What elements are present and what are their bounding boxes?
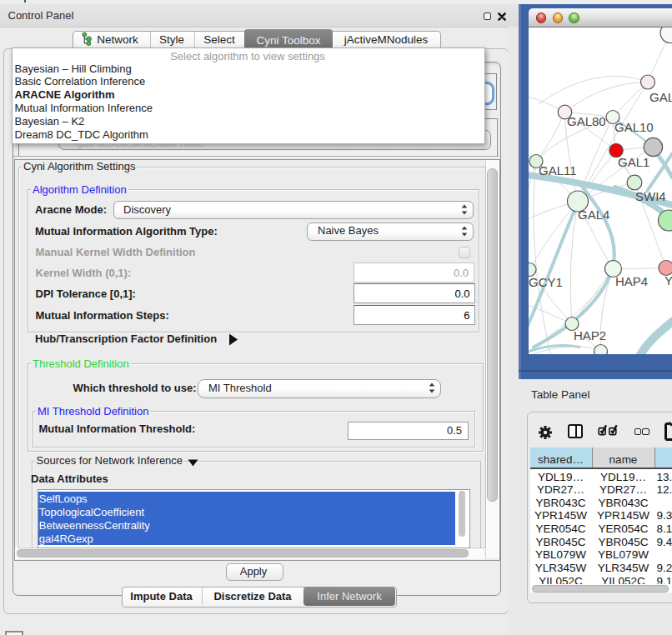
svg-text:GAL1: GAL1 [618, 154, 649, 168]
svg-text:GCY1: GCY1 [529, 274, 563, 288]
svg-text:Y: Y [664, 272, 672, 287]
svg-text:GAL10: GAL10 [614, 119, 654, 133]
svg-text:SWI4: SWI4 [635, 188, 666, 202]
svg-text:HAP2: HAP2 [574, 328, 606, 342]
svg-text:HAP4: HAP4 [615, 273, 648, 288]
svg-text:GAL4: GAL4 [578, 207, 609, 221]
svg-text:GAL: GAL [649, 89, 672, 103]
svg-text:GAL11: GAL11 [539, 162, 577, 177]
svg-text:GAL80: GAL80 [567, 113, 606, 128]
